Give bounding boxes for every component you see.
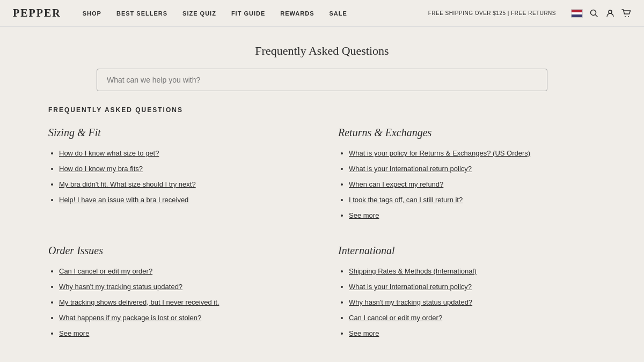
list-item: What is your policy for Returns & Exchan… <box>349 147 596 159</box>
list-item: I took the tags off, can I still return … <box>349 194 596 205</box>
faq-link[interactable]: Shipping Rates & Methods (International) <box>349 267 477 275</box>
faq-link[interactable]: I took the tags off, can I still return … <box>349 196 463 204</box>
faq-list-returns: What is your policy for Returns & Exchan… <box>338 147 596 221</box>
faq-link[interactable]: My tracking shows delivered, but I never… <box>59 298 219 306</box>
faq-link[interactable]: What is your International return policy… <box>349 283 472 291</box>
list-item: My tracking shows delivered, but I never… <box>59 297 306 308</box>
faq-list-sizing: How do I know what size to get? How do I… <box>48 147 306 205</box>
nav-fitguide[interactable]: FIT GUIDE <box>231 10 265 17</box>
svg-point-4 <box>628 16 629 17</box>
list-item: Can I cancel or edit my order? <box>349 312 596 323</box>
faq-link[interactable]: What is your International return policy… <box>349 165 472 173</box>
list-item: Can I cancel or edit my order? <box>59 265 306 277</box>
nav-shop[interactable]: SHOP <box>83 10 101 17</box>
category-title-international: International <box>338 245 596 257</box>
faq-link[interactable]: How do I know what size to get? <box>59 149 159 157</box>
category-returns: Returns & Exchanges What is your policy … <box>338 127 596 225</box>
category-title-sizing: Sizing & Fit <box>48 127 306 139</box>
faq-link[interactable]: Help! I have an issue with a bra I recei… <box>59 196 188 204</box>
see-more-international[interactable]: See more <box>349 329 379 337</box>
faq-grid: Sizing & Fit How do I know what size to … <box>48 127 596 362</box>
faq-link[interactable]: Can I cancel or edit my order? <box>59 267 152 275</box>
category-sizing-fit: Sizing & Fit How do I know what size to … <box>48 127 306 225</box>
faq-link[interactable]: Can I cancel or edit my order? <box>349 314 442 322</box>
svg-point-2 <box>609 10 612 13</box>
list-item: See more <box>59 328 306 339</box>
category-order-issues: Order Issues Can I cancel or edit my ord… <box>48 245 306 343</box>
faq-link[interactable]: When can I expect my refund? <box>349 180 443 188</box>
list-item: How do I know my bra fits? <box>59 163 306 174</box>
faq-list-order: Can I cancel or edit my order? Why hasn'… <box>48 265 306 339</box>
promo-text: FREE SHIPPING OVER $125 | FREE RETURNS <box>428 10 556 16</box>
svg-point-0 <box>591 10 596 15</box>
faq-link[interactable]: Why hasn't my tracking status updated? <box>59 283 182 291</box>
section-header: FREQUENTLY ASKED QUESTIONS <box>48 106 596 114</box>
navigation: PEPPER SHOP BEST SELLERS SIZE QUIZ FIT G… <box>0 0 644 27</box>
list-item: See more <box>349 210 596 221</box>
nav-rewards[interactable]: REWARDS <box>280 10 314 17</box>
list-item: What is your International return policy… <box>349 281 596 292</box>
see-more-order[interactable]: See more <box>59 329 89 337</box>
nav-sizequiz[interactable]: SIZE QUIZ <box>182 10 216 17</box>
search-container <box>0 69 644 106</box>
list-item: Why hasn't my tracking status updated? <box>349 297 596 308</box>
see-more-returns[interactable]: See more <box>349 211 379 219</box>
content-area: FREQUENTLY ASKED QUESTIONS Sizing & Fit … <box>27 106 617 362</box>
faq-link[interactable]: My bra didn't fit. What size should I tr… <box>59 180 196 188</box>
page-title: Frequently Asked Questions <box>0 27 644 69</box>
nav-links: SHOP BEST SELLERS SIZE QUIZ FIT GUIDE RE… <box>83 9 428 18</box>
list-item: What happens if my package is lost or st… <box>59 312 306 323</box>
category-title-returns: Returns & Exchanges <box>338 127 596 139</box>
logo[interactable]: PEPPER <box>13 7 61 19</box>
list-item: Shipping Rates & Methods (International) <box>349 265 596 277</box>
list-item: Help! I have an issue with a bra I recei… <box>59 194 306 205</box>
list-item: Why hasn't my tracking status updated? <box>59 281 306 292</box>
cart-icon[interactable] <box>621 9 631 18</box>
list-item: How do I know what size to get? <box>59 147 306 159</box>
category-title-order: Order Issues <box>48 245 306 257</box>
main-content: Frequently Asked Questions FREQUENTLY AS… <box>0 27 644 362</box>
faq-link[interactable]: Why hasn't my tracking status updated? <box>349 298 472 306</box>
svg-point-3 <box>625 16 626 17</box>
svg-line-1 <box>596 14 598 17</box>
nav-sale[interactable]: SALE <box>330 10 347 17</box>
faq-link[interactable]: How do I know my bra fits? <box>59 165 143 173</box>
account-icon[interactable] <box>605 9 615 18</box>
category-international: International Shipping Rates & Methods (… <box>338 245 596 343</box>
search-input[interactable] <box>97 69 547 91</box>
flag-icon[interactable] <box>571 9 583 18</box>
list-item: What is your International return policy… <box>349 163 596 174</box>
search-icon[interactable] <box>589 9 599 18</box>
list-item: See more <box>349 328 596 339</box>
faq-link[interactable]: What happens if my package is lost or st… <box>59 314 201 322</box>
list-item: When can I expect my refund? <box>349 179 596 190</box>
list-item: My bra didn't fit. What size should I tr… <box>59 179 306 190</box>
nav-bestsellers[interactable]: BEST SELLERS <box>116 10 167 17</box>
nav-right: FREE SHIPPING OVER $125 | FREE RETURNS <box>428 9 631 18</box>
faq-list-international: Shipping Rates & Methods (International)… <box>338 265 596 339</box>
faq-link[interactable]: What is your policy for Returns & Exchan… <box>349 149 530 157</box>
